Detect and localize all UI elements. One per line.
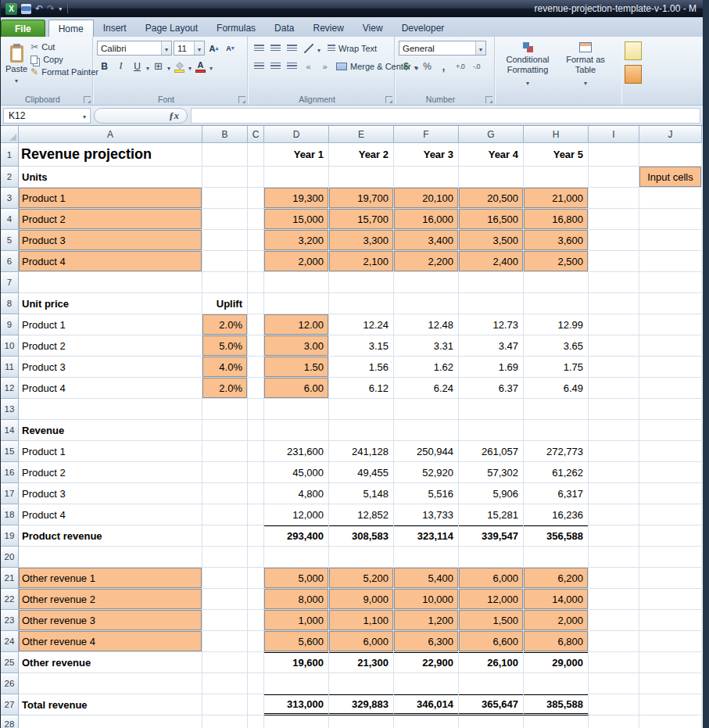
cell-C5[interactable] xyxy=(248,230,264,251)
align-right-button[interactable] xyxy=(285,59,299,74)
cell-A20[interactable] xyxy=(19,547,202,568)
cell-J17[interactable] xyxy=(639,483,702,504)
cell-B20[interactable] xyxy=(202,547,248,568)
align-middle-button[interactable] xyxy=(268,41,283,56)
cell-G17[interactable]: 5,906 xyxy=(459,483,524,504)
cell-J13[interactable] xyxy=(639,399,702,420)
cell-F9[interactable]: 12.48 xyxy=(394,314,459,335)
cell-F3[interactable]: 20,100 xyxy=(394,188,459,209)
cell-C24[interactable] xyxy=(248,631,264,652)
clipboard-dialog-launcher[interactable] xyxy=(84,96,91,103)
cell-A13[interactable] xyxy=(19,399,202,420)
cell-B21[interactable] xyxy=(202,568,248,589)
cell-J5[interactable] xyxy=(639,230,702,251)
column-header-A[interactable]: A xyxy=(19,126,202,143)
font-dialog-launcher[interactable] xyxy=(238,96,245,103)
font-size-combobox[interactable]: 11 xyxy=(174,41,205,56)
cell-D28[interactable] xyxy=(264,715,329,728)
cell-I19[interactable] xyxy=(589,525,639,547)
cell-D27[interactable]: 313,000 xyxy=(264,694,329,715)
borders-dropdown-icon[interactable] xyxy=(167,59,170,74)
cell-E19[interactable]: 308,583 xyxy=(329,525,394,547)
cell-H11[interactable]: 1.75 xyxy=(524,357,589,378)
align-center-button[interactable] xyxy=(268,59,283,74)
cell-H23[interactable]: 2,000 xyxy=(524,610,589,631)
orientation-dropdown-icon[interactable] xyxy=(317,41,320,56)
cell-G24[interactable]: 6,600 xyxy=(459,631,524,652)
tab-insert[interactable]: Insert xyxy=(94,20,136,37)
cell-E9[interactable]: 12.24 xyxy=(329,314,394,335)
cell-F25[interactable]: 22,900 xyxy=(394,652,459,673)
cell-C23[interactable] xyxy=(248,610,264,631)
cell-I16[interactable] xyxy=(589,462,639,483)
grow-font-button[interactable]: A xyxy=(206,41,221,56)
italic-button[interactable]: I xyxy=(113,59,128,74)
cell-G2[interactable] xyxy=(459,167,524,188)
cell-B5[interactable] xyxy=(202,230,248,251)
cell-E14[interactable] xyxy=(329,420,394,441)
cell-A18[interactable]: Product 4 xyxy=(19,504,202,525)
fill-color-button[interactable] xyxy=(172,59,187,74)
cell-B3[interactable] xyxy=(202,188,248,209)
row-header-23[interactable]: 23 xyxy=(1,610,19,631)
cell-D14[interactable] xyxy=(264,420,329,441)
cell-F23[interactable]: 1,200 xyxy=(394,610,459,631)
cell-H15[interactable]: 272,773 xyxy=(524,441,589,462)
percent-style-button[interactable]: % xyxy=(420,59,435,74)
cell-F19[interactable]: 323,114 xyxy=(394,525,459,547)
cell-C14[interactable] xyxy=(248,420,264,441)
cell-I10[interactable] xyxy=(589,335,639,357)
cell-J22[interactable] xyxy=(639,589,702,610)
row-header-12[interactable]: 12 xyxy=(1,378,19,399)
cell-B17[interactable] xyxy=(202,483,248,504)
save-icon[interactable] xyxy=(21,4,31,14)
cell-A12[interactable]: Product 4 xyxy=(19,378,202,399)
font-color-dropdown-icon[interactable] xyxy=(209,59,213,74)
row-header-11[interactable]: 11 xyxy=(1,357,19,378)
cell-B27[interactable] xyxy=(202,694,248,715)
cell-B1[interactable] xyxy=(202,143,248,167)
cell-G12[interactable]: 6.37 xyxy=(459,378,524,399)
cell-G13[interactable] xyxy=(459,399,524,420)
cell-A21[interactable]: Other revenue 1 xyxy=(19,568,202,589)
row-header-25[interactable]: 25 xyxy=(1,652,19,673)
cell-J16[interactable] xyxy=(639,462,702,483)
cell-D26[interactable] xyxy=(264,673,329,694)
cell-C26[interactable] xyxy=(248,673,264,694)
cell-B28[interactable] xyxy=(202,715,248,728)
cell-I7[interactable] xyxy=(589,272,639,293)
cell-J27[interactable] xyxy=(639,694,702,715)
underline-dropdown-icon[interactable] xyxy=(146,59,149,74)
cell-D8[interactable] xyxy=(264,293,329,314)
row-header-2[interactable]: 2 xyxy=(1,167,19,188)
increase-indent-button[interactable] xyxy=(317,59,332,74)
accounting-dropdown-icon[interactable] xyxy=(415,59,418,74)
cell-E5[interactable]: 3,300 xyxy=(329,230,394,251)
cell-F2[interactable] xyxy=(394,167,459,188)
cell-D10[interactable]: 3.00 xyxy=(264,335,329,357)
cell-E4[interactable]: 15,700 xyxy=(329,209,394,230)
cell-A11[interactable]: Product 3 xyxy=(19,357,202,378)
cell-H27[interactable]: 385,588 xyxy=(524,694,589,715)
cell-H3[interactable]: 21,000 xyxy=(524,188,589,209)
cell-J1[interactable] xyxy=(639,143,702,167)
column-header-I[interactable]: I xyxy=(589,126,639,143)
underline-button[interactable]: U xyxy=(130,59,145,74)
cell-D13[interactable] xyxy=(264,399,329,420)
number-format-combobox[interactable]: General xyxy=(399,41,486,56)
cell-G26[interactable] xyxy=(459,673,524,694)
cell-J8[interactable] xyxy=(639,293,702,314)
cell-style-tile[interactable] xyxy=(625,41,642,60)
cell-D3[interactable]: 19,300 xyxy=(264,188,329,209)
cell-H1[interactable]: Year 5 xyxy=(524,143,589,167)
tab-file[interactable]: File xyxy=(1,20,45,37)
cell-G7[interactable] xyxy=(459,272,524,293)
cell-C20[interactable] xyxy=(248,547,264,568)
tab-review[interactable]: Review xyxy=(303,20,353,37)
row-header-1[interactable]: 1 xyxy=(1,143,19,167)
cell-C11[interactable] xyxy=(248,357,264,378)
cell-E28[interactable] xyxy=(329,715,394,728)
cell-B18[interactable] xyxy=(202,504,248,525)
format-as-table-button[interactable]: Format as Table xyxy=(557,39,614,91)
cell-D19[interactable]: 293,400 xyxy=(264,525,329,547)
